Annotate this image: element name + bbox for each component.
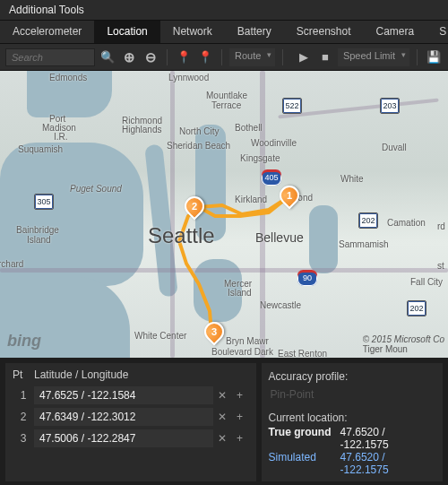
- map-label: Suquamish: [18, 144, 63, 154]
- save-icon[interactable]: 💾: [425, 48, 443, 66]
- simulated-label: Simulated: [269, 451, 332, 476]
- tab-accelerometer[interactable]: Accelerometer: [0, 21, 94, 43]
- true-ground-label: True ground: [269, 426, 332, 451]
- play-route-icon[interactable]: ▶: [295, 48, 313, 66]
- map-label: st: [437, 261, 444, 271]
- waypoint-row: 147.6525 / -122.1584✕+: [13, 385, 249, 406]
- map-copyright: © 2015 Microsoft Co Tiger Moun: [363, 334, 444, 354]
- tab-more[interactable]: S: [426, 21, 448, 43]
- delete-waypoint-icon[interactable]: ✕: [213, 389, 231, 402]
- simulated-value: 47.6520 / -122.1575: [340, 451, 435, 476]
- map-city-bellevue: Bellevue: [255, 230, 304, 245]
- insert-waypoint-icon[interactable]: +: [231, 389, 249, 402]
- search-icon[interactable]: 🔍: [99, 48, 116, 66]
- waypoint-index: 2: [13, 411, 34, 423]
- waypoint-row: 247.6349 / -122.3012✕+: [13, 406, 249, 428]
- road-shield: 90: [297, 270, 317, 286]
- map-label: Bryn Mawr: [226, 336, 269, 346]
- waypoint-value[interactable]: 47.6525 / -122.1584: [34, 386, 213, 404]
- map-label: East Renton: [278, 349, 327, 358]
- map-label: Island: [27, 235, 51, 245]
- zoom-out-icon[interactable]: ⊖: [142, 48, 159, 66]
- map-label: Woodinville: [251, 138, 297, 148]
- waypoint-value[interactable]: 47.5006 / -122.2847: [34, 429, 213, 447]
- speed-dropdown[interactable]: Speed Limit: [338, 48, 409, 66]
- map-label: rchard: [0, 259, 23, 269]
- map-label: Sheridan Beach: [167, 141, 230, 151]
- col-header-pt: Pt: [13, 368, 34, 381]
- map-canvas[interactable]: Seattle Bellevue EdmondsLynnwoodMountlak…: [0, 71, 448, 358]
- map-label: Puget Sound: [70, 184, 122, 194]
- map-label: White Center: [134, 331, 186, 341]
- map-pin-1[interactable]: 1: [275, 181, 303, 209]
- map-label: Bainbridge: [16, 225, 59, 235]
- col-header-latlon: Latitude / Longitude: [34, 368, 128, 381]
- map-label: Bothell: [235, 123, 263, 133]
- tab-camera[interactable]: Camera: [363, 21, 426, 43]
- map-label: I.R.: [54, 132, 68, 142]
- map-label: Newcastle: [260, 300, 301, 310]
- bing-logo: bing: [7, 332, 41, 351]
- zoom-in-icon[interactable]: ⊕: [120, 48, 138, 66]
- map-label: Lynnwood: [168, 73, 209, 82]
- map-label: Edmonds: [49, 73, 87, 82]
- current-location-label: Current location:: [269, 411, 435, 424]
- stop-route-icon[interactable]: ■: [316, 48, 334, 66]
- map-label: Highlands: [122, 125, 161, 134]
- tab-battery[interactable]: Battery: [225, 21, 284, 43]
- location-info-panel: Accuracy profile: Pin-Point Current loca…: [262, 363, 443, 481]
- map-city-seattle: Seattle: [148, 223, 215, 248]
- map-label: Kirkland: [235, 195, 267, 204]
- delete-waypoint-icon[interactable]: ✕: [213, 432, 231, 445]
- map-label: Terrace: [211, 100, 241, 110]
- road-shield: 405: [262, 169, 281, 186]
- insert-waypoint-icon[interactable]: +: [231, 411, 249, 423]
- map-label: Island: [228, 288, 252, 298]
- waypoint-row: 347.5006 / -122.2847✕+: [13, 428, 249, 449]
- tab-screenshot[interactable]: Screenshot: [284, 21, 364, 43]
- accuracy-label: Accuracy profile:: [269, 370, 435, 383]
- tab-location[interactable]: Location: [94, 21, 159, 43]
- waypoint-index: 1: [13, 389, 34, 402]
- map-label: Boulevard Dark: [211, 347, 273, 357]
- accuracy-value[interactable]: Pin-Point: [269, 385, 435, 410]
- add-pin-icon[interactable]: 📍: [175, 48, 193, 66]
- tab-strip: Accelerometer Location Network Battery S…: [0, 21, 448, 44]
- map-label: Fall City: [410, 277, 443, 287]
- map-label: North City: [179, 126, 219, 136]
- road-shield: 522: [282, 98, 302, 114]
- waypoint-value[interactable]: 47.6349 / -122.3012: [34, 408, 213, 426]
- map-label: rd: [437, 221, 445, 231]
- insert-waypoint-icon[interactable]: +: [231, 432, 249, 445]
- delete-waypoint-icon[interactable]: ✕: [213, 411, 231, 423]
- road-shield: 202: [407, 300, 426, 316]
- location-toolbar: 🔍 ⊕ ⊖ 📍 📍 Route ▶ ■ Speed Limit 💾: [0, 44, 448, 71]
- map-label: Mountlake: [206, 91, 247, 100]
- road-shield: 202: [358, 212, 378, 229]
- search-input[interactable]: [5, 48, 95, 66]
- window-title: Additional Tools: [0, 0, 448, 21]
- map-label: White: [340, 174, 364, 184]
- true-ground-value: 47.6520 / -122.1575: [340, 426, 435, 451]
- map-label: Kingsgate: [240, 153, 280, 163]
- map-pin-3[interactable]: 3: [200, 317, 228, 345]
- waypoints-panel: Pt Latitude / Longitude 147.6525 / -122.…: [5, 363, 256, 481]
- tab-network[interactable]: Network: [160, 21, 225, 43]
- waypoint-index: 3: [13, 432, 34, 445]
- route-mode-dropdown[interactable]: Route: [229, 48, 275, 66]
- map-label: Duvall: [382, 143, 407, 152]
- map-label: Camation: [387, 218, 426, 228]
- map-label: Sammamish: [339, 239, 389, 249]
- remove-pin-icon[interactable]: 📍: [196, 48, 214, 66]
